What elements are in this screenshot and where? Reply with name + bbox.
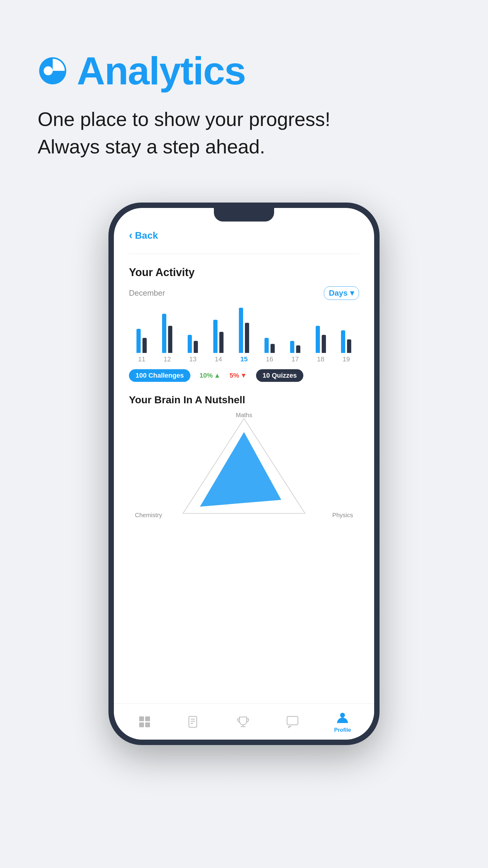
header-section: Analytics One place to show your progres… bbox=[0, 0, 488, 179]
phone-mockup: ‹ Back Your Activity December Days ▾ bbox=[108, 203, 380, 745]
bar-group-17: 17 bbox=[290, 341, 300, 363]
svg-rect-17 bbox=[287, 716, 298, 725]
divider bbox=[129, 254, 359, 254]
bar-group-15: 15 bbox=[239, 308, 249, 363]
bar-blue bbox=[264, 338, 269, 353]
bar-dark bbox=[270, 344, 275, 353]
bar-blue bbox=[162, 314, 166, 353]
brain-title: Your Brain In A Nutshell bbox=[129, 394, 359, 406]
nav-item-book[interactable] bbox=[186, 714, 201, 730]
bar-label: 14 bbox=[215, 355, 222, 363]
subject-chemistry: Chemistry bbox=[135, 512, 162, 519]
page-title: Analytics bbox=[77, 48, 246, 93]
month-label: December bbox=[129, 288, 165, 298]
bar-blue bbox=[188, 335, 192, 353]
stat-change-down: 5% ▼ bbox=[230, 372, 247, 379]
bar-label: 16 bbox=[266, 355, 273, 363]
bar-label: 19 bbox=[343, 355, 350, 363]
stats-row: 100 Challenges 10% ▲ 5% ▼ 10 Quizzes bbox=[129, 369, 359, 382]
bar-blue bbox=[341, 330, 345, 353]
svg-marker-3 bbox=[200, 432, 281, 507]
screen-content: ‹ Back Your Activity December Days ▾ bbox=[114, 208, 374, 704]
bar-blue bbox=[213, 320, 218, 353]
bar-group-12: 12 bbox=[162, 314, 172, 363]
nav-item-trophy[interactable] bbox=[235, 714, 251, 730]
svg-point-1 bbox=[44, 66, 53, 75]
header-subtitle: One place to show your progress! Always … bbox=[38, 105, 450, 160]
challenges-badge: 100 Challenges bbox=[129, 369, 190, 382]
bar-dark bbox=[347, 339, 351, 353]
bar-group-19: 19 bbox=[341, 330, 351, 363]
bar-dark bbox=[219, 332, 224, 353]
arrow-up-icon: ▲ bbox=[214, 372, 221, 379]
nav-item-profile[interactable]: Profile bbox=[334, 710, 351, 733]
bar-label: 11 bbox=[138, 355, 145, 363]
activity-header: December Days ▾ bbox=[129, 286, 359, 300]
grid-icon bbox=[137, 714, 152, 730]
svg-rect-10 bbox=[145, 722, 150, 727]
bar-group-16: 16 bbox=[264, 338, 275, 363]
bar-group-18: 18 bbox=[316, 326, 326, 363]
title-row: Analytics bbox=[38, 48, 450, 93]
bar-dark bbox=[142, 338, 147, 353]
subject-maths: Maths bbox=[236, 412, 252, 418]
arrow-down-icon: ▼ bbox=[240, 372, 247, 379]
nav-item-home[interactable] bbox=[137, 714, 152, 730]
bar-dark bbox=[245, 323, 249, 353]
activity-title: Your Activity bbox=[129, 266, 359, 279]
dropdown-chevron-icon: ▾ bbox=[350, 288, 354, 298]
phone-screen: ‹ Back Your Activity December Days ▾ bbox=[114, 208, 374, 740]
bar-blue bbox=[136, 329, 141, 353]
back-button[interactable]: ‹ Back bbox=[129, 229, 359, 242]
bar-blue bbox=[316, 326, 320, 353]
bar-dark bbox=[322, 335, 326, 353]
quizzes-badge: 10 Quizzes bbox=[256, 369, 304, 382]
svg-rect-9 bbox=[139, 722, 144, 727]
trophy-icon bbox=[235, 714, 251, 730]
stat-change-up: 10% ▲ bbox=[199, 372, 221, 379]
bar-blue bbox=[239, 308, 243, 353]
bottom-nav: Profile bbox=[114, 704, 374, 740]
bar-group-11: 11 bbox=[136, 329, 147, 363]
chat-icon bbox=[285, 714, 300, 730]
bar-label: 17 bbox=[291, 355, 298, 363]
bar-dark bbox=[296, 345, 300, 353]
bar-dark bbox=[194, 341, 198, 353]
phone-container: ‹ Back Your Activity December Days ▾ bbox=[0, 203, 488, 745]
bar-blue bbox=[290, 341, 294, 353]
subject-physics: Physics bbox=[332, 512, 353, 519]
analytics-icon bbox=[38, 56, 68, 86]
profile-icon bbox=[335, 710, 350, 725]
bar-label: 13 bbox=[189, 355, 196, 363]
nav-item-chat[interactable] bbox=[285, 714, 300, 730]
svg-rect-8 bbox=[145, 716, 150, 721]
days-label: Days bbox=[329, 288, 348, 298]
back-label: Back bbox=[135, 230, 158, 241]
bar-label: 18 bbox=[317, 355, 324, 363]
bar-label-active: 15 bbox=[240, 355, 248, 363]
bar-chart: 11 12 bbox=[129, 309, 359, 363]
bar-group-14: 14 bbox=[213, 320, 224, 363]
profile-nav-label: Profile bbox=[334, 727, 351, 733]
days-dropdown[interactable]: Days ▾ bbox=[324, 286, 359, 300]
brain-chart: Maths Chemistry Physics bbox=[129, 412, 359, 520]
phone-notch bbox=[214, 208, 274, 221]
svg-point-18 bbox=[340, 713, 345, 718]
bar-label: 12 bbox=[164, 355, 171, 363]
svg-rect-11 bbox=[189, 716, 197, 727]
back-chevron-icon: ‹ bbox=[129, 229, 133, 242]
bar-dark bbox=[168, 326, 172, 353]
book-icon bbox=[186, 714, 201, 730]
svg-rect-7 bbox=[139, 716, 144, 721]
bar-group-13: 13 bbox=[188, 335, 198, 363]
